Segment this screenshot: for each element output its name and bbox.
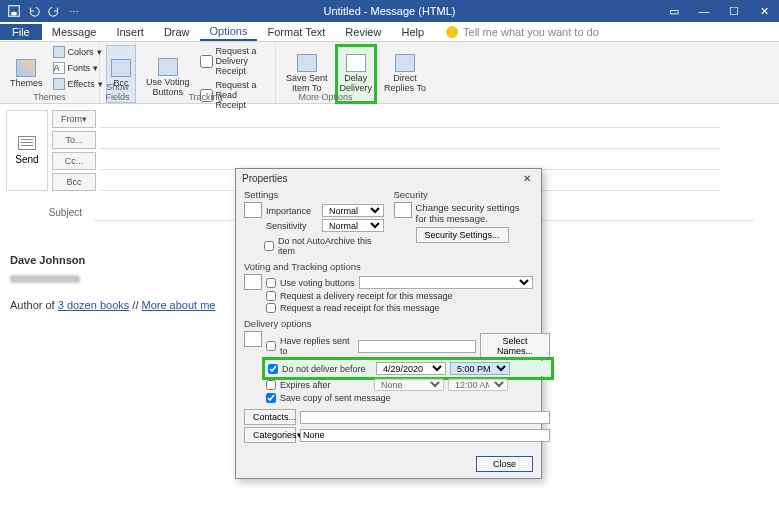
expires-date-select[interactable]: None <box>374 378 444 391</box>
undo-icon[interactable] <box>26 3 42 19</box>
bcc-field-button[interactable]: Bcc <box>52 173 96 191</box>
security-icon <box>394 202 412 218</box>
group-label-themes: Themes <box>0 92 99 103</box>
settings-section: Settings ImportanceNormal SensitivityNor… <box>244 189 384 258</box>
settings-icon <box>244 202 262 218</box>
tab-help[interactable]: Help <box>391 24 434 40</box>
contacts-input[interactable] <box>300 411 550 424</box>
themes-icon <box>16 59 36 77</box>
have-replies-input[interactable] <box>358 340 476 353</box>
contacts-button[interactable]: Contacts... <box>244 409 296 425</box>
ribbon-tabs: File Message Insert Draw Options Format … <box>0 22 779 42</box>
colors-button[interactable]: Colors ▾ <box>51 45 105 59</box>
group-label-showfields: Show Fields <box>100 82 135 103</box>
tab-options[interactable]: Options <box>200 23 258 41</box>
autoarchive-checkbox[interactable] <box>264 241 274 251</box>
select-names-button[interactable]: Select Names... <box>480 333 550 359</box>
have-replies-label: Have replies sent to <box>280 336 354 356</box>
send-button[interactable]: Send <box>6 110 48 191</box>
categories-button[interactable]: Categories▾ <box>244 427 296 443</box>
do-not-deliver-row: Do not deliver before 4/29/2020 5:00 PM <box>266 361 550 376</box>
close-dialog-button[interactable]: Close <box>476 456 533 472</box>
tab-draw[interactable]: Draw <box>154 24 200 40</box>
security-section: Security Change security settings for th… <box>394 189 534 258</box>
save-copy-checkbox[interactable] <box>266 393 276 403</box>
save-icon[interactable] <box>6 3 22 19</box>
sensitivity-label: Sensitivity <box>266 221 318 231</box>
tab-insert[interactable]: Insert <box>106 24 154 40</box>
properties-dialog: Properties ✕ Settings ImportanceNormal S… <box>235 168 542 479</box>
effects-button[interactable]: Effects ▾ <box>51 77 105 91</box>
bcc-icon <box>111 59 131 77</box>
redo-icon[interactable] <box>46 3 62 19</box>
do-not-deliver-checkbox[interactable] <box>268 364 278 374</box>
ribbon-group-themes: Themes Colors ▾ AFonts ▾ Effects ▾ Page … <box>0 42 100 103</box>
security-text: Change security settings for this messag… <box>416 202 534 224</box>
tab-file[interactable]: File <box>0 24 42 40</box>
send-label: Send <box>15 154 38 165</box>
dialog-title: Properties <box>242 173 288 184</box>
svg-rect-1 <box>11 12 16 16</box>
security-label: Security <box>394 189 534 200</box>
voting-section: Voting and Tracking options Use voting b… <box>244 261 533 315</box>
bulb-icon <box>446 26 458 38</box>
to-field[interactable] <box>100 131 720 149</box>
voting-options-select[interactable] <box>359 276 533 289</box>
settings-label: Settings <box>244 189 384 200</box>
tab-message[interactable]: Message <box>42 24 107 40</box>
signature-name: Dave Johnson <box>10 254 85 266</box>
save-sent-icon <box>297 54 317 72</box>
signature-link-about[interactable]: More about me <box>142 299 216 311</box>
expires-time-select[interactable]: 12:00 AM <box>448 378 508 391</box>
dialog-footer: Close <box>236 450 541 478</box>
window-title: Untitled - Message (HTML) <box>323 5 455 17</box>
voting-label: Voting and Tracking options <box>244 261 533 272</box>
have-replies-checkbox[interactable] <box>266 341 276 351</box>
qat-area: ⋯ <box>0 3 82 19</box>
autoarchive-label: Do not AutoArchive this item <box>278 236 384 256</box>
expires-checkbox[interactable] <box>266 380 276 390</box>
tab-review[interactable]: Review <box>335 24 391 40</box>
minimize-button[interactable]: — <box>689 0 719 22</box>
delivery-section-icon <box>244 331 262 347</box>
ribbon-options-icon[interactable]: ▭ <box>659 0 689 22</box>
qat-more-icon[interactable]: ⋯ <box>66 3 82 19</box>
do-not-deliver-label: Do not deliver before <box>282 364 372 374</box>
fonts-button[interactable]: AFonts ▾ <box>51 61 105 75</box>
delivery-receipt-checkbox[interactable]: Request a Delivery Receipt <box>198 45 269 77</box>
save-copy-label: Save copy of sent message <box>280 393 391 403</box>
redacted-line <box>10 275 80 283</box>
direct-replies-button[interactable]: Direct Replies To <box>380 45 430 103</box>
tab-format-text[interactable]: Format Text <box>257 24 335 40</box>
direct-replies-icon <box>395 54 415 72</box>
window-controls: ▭ — ☐ ✕ <box>659 0 779 22</box>
dialog-titlebar: Properties ✕ <box>236 169 541 187</box>
maximize-button[interactable]: ☐ <box>719 0 749 22</box>
close-button[interactable]: ✕ <box>749 0 779 22</box>
deliver-date-select[interactable]: 4/29/2020 <box>376 362 446 375</box>
dialog-close-button[interactable]: ✕ <box>519 171 535 185</box>
use-voting-checkbox[interactable] <box>266 278 276 288</box>
req-read-checkbox[interactable] <box>266 303 276 313</box>
delay-delivery-icon <box>346 54 366 72</box>
req-delivery-checkbox[interactable] <box>266 291 276 301</box>
deliver-time-select[interactable]: 5:00 PM <box>450 362 510 375</box>
sensitivity-select[interactable]: Normal <box>322 219 384 232</box>
importance-select[interactable]: Normal <box>322 204 384 217</box>
tell-me-search[interactable]: Tell me what you want to do <box>446 26 599 38</box>
from-button[interactable]: From ▾ <box>52 110 96 128</box>
ribbon-group-tracking: Use Voting Buttons Request a Delivery Re… <box>136 42 276 103</box>
security-settings-button[interactable]: Security Settings... <box>416 227 509 243</box>
from-field[interactable] <box>100 110 720 128</box>
signature-link-books[interactable]: 3 dozen books <box>58 299 130 311</box>
categories-input[interactable] <box>300 429 550 442</box>
to-button[interactable]: To... <box>52 131 96 149</box>
importance-label: Importance <box>266 206 318 216</box>
group-label-more: More Options <box>276 92 375 103</box>
voting-section-icon <box>244 274 262 290</box>
subject-label: Subject <box>10 207 90 218</box>
cc-button[interactable]: Cc... <box>52 152 96 170</box>
req-read-label: Request a read receipt for this message <box>280 303 440 313</box>
send-icon <box>18 136 36 150</box>
expires-label: Expires after <box>280 380 370 390</box>
